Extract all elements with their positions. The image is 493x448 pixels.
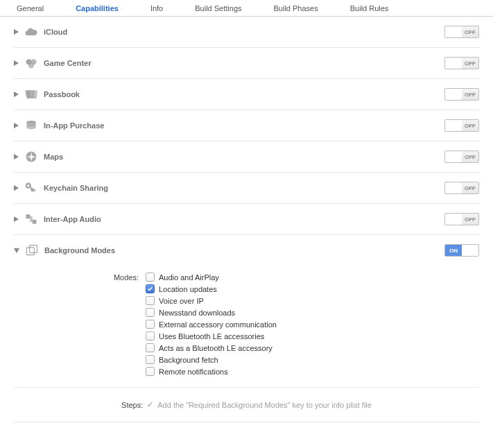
section-header[interactable]: Keychain SharingOFF: [14, 181, 479, 195]
section-header[interactable]: In-App PurchaseOFF: [14, 119, 479, 132]
capability-toggle[interactable]: OFF: [444, 88, 479, 101]
toggle-thumb: [445, 89, 462, 100]
section-inter-app-audio: Inter-App AudioOFF: [14, 204, 479, 235]
mode-row: Audio and AirPlay: [146, 273, 277, 282]
toggle-off-label: OFF: [462, 26, 478, 37]
section-maps: MapsOFF: [14, 141, 479, 173]
disclosure-triangle-icon[interactable]: [14, 123, 19, 128]
mode-checkbox[interactable]: [146, 284, 155, 293]
mode-checkbox[interactable]: [146, 367, 155, 376]
section-header[interactable]: Background ModesON: [14, 243, 479, 257]
capability-toggle[interactable]: OFF: [444, 150, 479, 163]
mode-row: Voice over IP: [146, 296, 277, 305]
disclosure-triangle-icon[interactable]: [14, 185, 19, 191]
section-background-modes: Background ModesONModes:Audio and AirPla…: [14, 235, 479, 422]
capability-toggle[interactable]: OFF: [444, 57, 479, 69]
mode-row: Acts as a Bluetooth LE accessory: [146, 343, 277, 352]
capabilities-sections: iCloudOFFGame CenterOFFPassbookOFFIn-App…: [0, 17, 493, 422]
toggle-off-label: OFF: [462, 214, 478, 225]
svg-rect-11: [33, 220, 37, 224]
disclosure-triangle-icon[interactable]: [14, 29, 19, 35]
toggle-off-label: OFF: [462, 120, 478, 131]
section-passbook: PassbookOFF: [14, 79, 479, 110]
mode-label: Acts as a Bluetooth LE accessory: [159, 344, 273, 352]
section-icloud: iCloudOFF: [14, 17, 479, 48]
section-game-center: Game CenterOFF: [14, 48, 479, 79]
toggle-off-label: OFF: [462, 89, 478, 100]
tab-general[interactable]: General: [14, 0, 46, 16]
mode-row: Location updates: [146, 284, 277, 293]
section-header[interactable]: Inter-App AudioOFF: [14, 212, 479, 226]
interapp-audio-icon: [24, 212, 38, 226]
disclosure-triangle-icon[interactable]: [14, 60, 19, 66]
mode-label: Audio and AirPlay: [159, 273, 219, 282]
svg-rect-13: [30, 245, 37, 253]
tab-build-settings[interactable]: Build Settings: [192, 0, 244, 16]
capability-toggle[interactable]: OFF: [444, 26, 479, 38]
svg-rect-10: [26, 214, 31, 218]
section-header[interactable]: iCloudOFF: [14, 25, 479, 39]
mode-label: Uses Bluetooth LE accessories: [159, 332, 264, 341]
svg-rect-5: [32, 90, 37, 98]
mode-row: External accessory communication: [146, 320, 277, 329]
mode-checkbox[interactable]: [146, 296, 155, 305]
section-title: Game Center: [44, 59, 439, 67]
section-title: In-App Purchase: [44, 121, 439, 130]
steps-row: Steps:✓Add the "Required Background Mode…: [14, 387, 479, 413]
section-title: Keychain Sharing: [44, 184, 439, 192]
mode-checkbox[interactable]: [146, 273, 155, 282]
modes-label: Modes:: [104, 273, 139, 282]
iap-icon: [24, 119, 38, 132]
section-header[interactable]: PassbookOFF: [14, 87, 479, 101]
section-title: Inter-App Audio: [44, 215, 439, 223]
disclosure-triangle-icon[interactable]: [14, 248, 19, 253]
toggle-thumb: [445, 58, 462, 69]
mode-checkbox[interactable]: [146, 331, 155, 341]
mode-label: Voice over IP: [159, 297, 204, 305]
capability-toggle[interactable]: OFF: [444, 182, 479, 194]
background-modes-body: Modes:Audio and AirPlayLocation updatesV…: [14, 257, 479, 376]
capability-toggle[interactable]: OFF: [444, 119, 479, 132]
mode-checkbox[interactable]: [146, 355, 155, 364]
svg-point-2: [28, 62, 34, 68]
svg-point-9: [27, 184, 29, 187]
mode-label: Remote notifications: [159, 368, 228, 376]
mode-label: Newsstand downloads: [159, 309, 235, 317]
mode-checkbox[interactable]: [146, 343, 155, 352]
cloud-icon: [24, 25, 38, 39]
toggle-off-label: OFF: [462, 182, 478, 193]
background-modes-icon: [25, 243, 39, 257]
maps-icon: [24, 150, 38, 164]
mode-label: External accessory communication: [159, 320, 277, 329]
disclosure-triangle-icon[interactable]: [14, 154, 19, 160]
keychain-icon: [24, 181, 38, 195]
tab-build-phases[interactable]: Build Phases: [271, 0, 321, 16]
capability-toggle[interactable]: ON: [444, 244, 479, 257]
capability-toggle[interactable]: OFF: [444, 213, 479, 225]
mode-checkbox[interactable]: [146, 308, 155, 317]
section-title: Maps: [44, 153, 439, 161]
section-keychain-sharing: Keychain SharingOFF: [14, 173, 479, 204]
tab-capabilities[interactable]: Capabilities: [73, 0, 121, 16]
section-header[interactable]: MapsOFF: [14, 150, 479, 164]
toggle-thumb: [445, 182, 462, 193]
tab-info[interactable]: Info: [148, 0, 166, 16]
toggle-off-label: OFF: [462, 58, 478, 69]
toggle-thumb: [445, 26, 462, 37]
passbook-icon: [24, 87, 38, 101]
tab-build-rules[interactable]: Build Rules: [347, 0, 392, 16]
section-header[interactable]: Game CenterOFF: [14, 56, 479, 70]
mode-checkbox[interactable]: [146, 320, 155, 329]
toggle-thumb: [462, 245, 478, 256]
disclosure-triangle-icon[interactable]: [14, 216, 19, 222]
tab-bar: GeneralCapabilitiesInfoBuild SettingsBui…: [0, 0, 493, 17]
steps-text: Add the "Required Background Modes" key …: [157, 401, 372, 409]
disclosure-triangle-icon[interactable]: [14, 92, 19, 97]
mode-row: Remote notifications: [146, 367, 277, 376]
section-in-app-purchase: In-App PurchaseOFF: [14, 110, 479, 141]
section-title: iCloud: [44, 28, 439, 36]
checkmark-icon: ✓: [147, 400, 153, 409]
steps-label: Steps:: [121, 401, 143, 409]
mode-row: Uses Bluetooth LE accessories: [146, 331, 277, 341]
toggle-thumb: [445, 120, 462, 131]
